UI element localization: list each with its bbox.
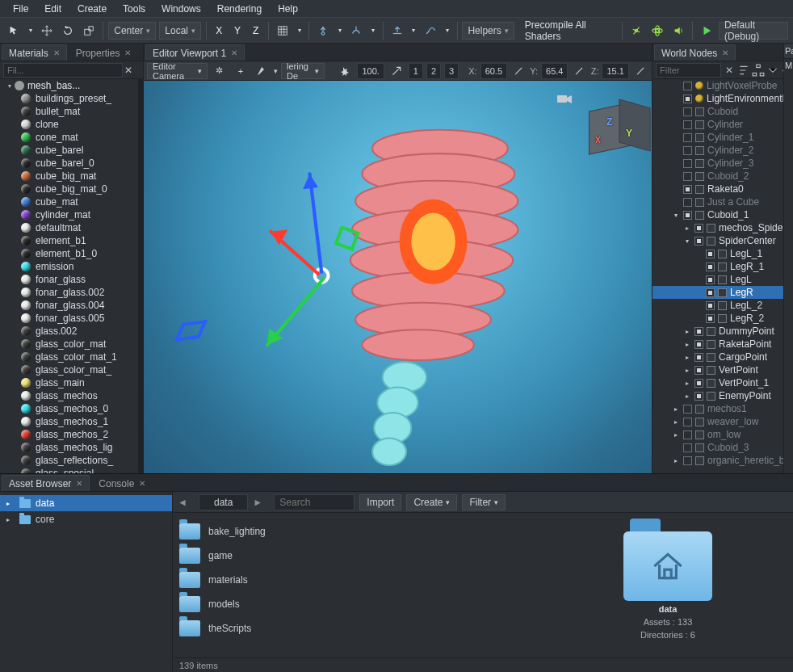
visibility-checkbox[interactable] — [683, 82, 692, 90]
camera-dropdown[interactable]: Editor Camera▾ — [147, 63, 208, 79]
world-node[interactable]: Cylinder_2 — [652, 144, 793, 157]
visibility-checkbox[interactable] — [683, 456, 692, 465]
material-item[interactable]: glass.002 — [0, 325, 143, 338]
collapse-all-icon[interactable] — [766, 64, 779, 77]
menu-tools[interactable]: Tools — [115, 1, 153, 17]
materials-list[interactable]: ▾mesh_bas... buildings_preset_bullet_mat… — [0, 79, 143, 473]
coord-space-dropdown[interactable]: Center▾ — [108, 22, 156, 40]
play-button-icon[interactable] — [698, 22, 715, 40]
visibility-checkbox[interactable] — [683, 94, 692, 103]
world-node[interactable]: ▸mechos_Spider — [652, 221, 793, 234]
asset-items[interactable]: bake_lightinggamematerialsmodelstheScrip… — [173, 513, 543, 657]
visibility-checkbox[interactable] — [683, 107, 692, 116]
tab-console[interactable]: Console✕ — [91, 475, 153, 491]
camera-add-icon[interactable]: + — [232, 62, 250, 80]
world-node[interactable]: Cuboid_2 — [652, 170, 793, 183]
visibility-checkbox[interactable] — [683, 211, 692, 220]
world-node[interactable]: LegL_1 — [652, 247, 793, 260]
snap-caret4-icon[interactable]: ▾ — [443, 22, 451, 40]
material-item[interactable]: clone — [0, 118, 143, 131]
expand-icon[interactable]: ▸ — [683, 393, 691, 400]
close-icon[interactable]: ✕ — [231, 48, 237, 57]
expand-icon[interactable]: ▸ — [672, 418, 680, 426]
tree-icon[interactable] — [752, 64, 765, 77]
filter-dropdown[interactable]: Filter▾ — [462, 494, 506, 510]
asset-folder-item[interactable]: materials — [179, 568, 536, 592]
axis-x-button[interactable]: X — [212, 22, 227, 40]
tab-world-nodes[interactable]: World Nodes✕ — [654, 44, 736, 61]
visibility-checkbox[interactable] — [694, 340, 703, 349]
pos-y-field[interactable]: 65.4 — [541, 63, 568, 79]
visibility-checkbox[interactable] — [694, 327, 703, 336]
world-node[interactable]: LegL — [652, 273, 793, 286]
expand-icon[interactable]: ▸ — [683, 225, 691, 232]
world-node[interactable]: Just a Cube — [652, 195, 793, 208]
expand-icon[interactable]: ▸ — [683, 341, 691, 348]
viewport-camera-icon[interactable] — [556, 92, 573, 105]
resize-icon[interactable] — [571, 62, 587, 80]
world-nodes-tree[interactable]: LightVoxelProbeLightEnvironmentProCuboid… — [652, 79, 793, 473]
material-item[interactable]: fonar_glass.004 — [0, 299, 143, 312]
visibility-checkbox[interactable] — [683, 185, 692, 194]
nav-fwd-icon[interactable]: ► — [253, 497, 269, 508]
run-icon[interactable] — [336, 62, 354, 80]
menu-windows[interactable]: Windows — [153, 1, 209, 17]
sort-icon[interactable] — [737, 64, 750, 77]
tab-viewport[interactable]: Editor Viewport 1✕ — [145, 44, 245, 61]
nav-back-icon[interactable]: ◄ — [178, 497, 194, 508]
close-icon[interactable]: ✕ — [124, 48, 131, 57]
material-item[interactable]: glass_color_mat_ — [0, 363, 143, 376]
visibility-checkbox[interactable] — [694, 237, 703, 246]
visibility-checkbox[interactable] — [706, 301, 715, 310]
world-node[interactable]: LegR — [652, 286, 793, 299]
world-node[interactable]: ▾SpiderCenter — [652, 234, 793, 247]
asset-folder-item[interactable]: theScripts — [179, 616, 536, 640]
select-tool-icon[interactable] — [5, 22, 23, 40]
material-item[interactable]: bullet_mat — [0, 105, 143, 118]
world-node[interactable]: ▸mechos1 — [652, 402, 793, 415]
menu-help[interactable]: Help — [270, 1, 306, 17]
render-mode-dropdown[interactable]: lering De▾ — [281, 63, 325, 79]
select-tool-caret-icon[interactable]: ▾ — [26, 22, 35, 40]
material-item[interactable]: emission — [0, 260, 143, 273]
snap-caret-icon[interactable]: ▾ — [335, 22, 344, 40]
visibility-checkbox[interactable] — [694, 224, 703, 233]
pos-x-field[interactable]: 60.5 — [480, 63, 507, 79]
asset-tree-item[interactable]: ▸data — [0, 495, 172, 511]
grid-snap-icon[interactable] — [274, 22, 292, 40]
simulation-icon[interactable] — [648, 22, 666, 40]
expand-icon[interactable]: ▸ — [683, 328, 691, 335]
world-node[interactable]: LegR_2 — [652, 312, 793, 325]
clear-filter-icon[interactable]: ✕ — [124, 63, 132, 78]
physics-icon[interactable] — [627, 22, 645, 40]
axis-z-button[interactable]: Z — [248, 22, 263, 40]
material-item[interactable]: buildings_preset_ — [0, 92, 143, 105]
visibility-checkbox[interactable] — [683, 418, 692, 426]
rotate-tool-icon[interactable] — [59, 22, 77, 40]
material-item[interactable]: element_b1_0 — [0, 247, 143, 260]
create-dropdown[interactable]: Create▾ — [406, 494, 457, 510]
material-item[interactable]: cube_barel — [0, 144, 143, 157]
snap-curve-icon[interactable] — [422, 22, 439, 40]
visibility-checkbox[interactable] — [706, 288, 715, 297]
material-item[interactable]: glass_main — [0, 376, 143, 389]
pos-z-field[interactable]: 15.1 — [602, 63, 628, 79]
expand-icon[interactable]: ▾ — [683, 237, 691, 245]
orientation-cube[interactable]: ZYX — [581, 95, 637, 152]
menu-edit[interactable]: Edit — [36, 1, 69, 17]
visibility-checkbox[interactable] — [694, 379, 703, 388]
world-node[interactable]: ▾Cuboid_1 — [652, 208, 793, 221]
visibility-checkbox[interactable] — [683, 405, 692, 414]
materials-filter-input[interactable] — [3, 63, 123, 78]
world-node[interactable]: ▸VertPoint — [652, 363, 793, 376]
world-node[interactable]: Cylinder_1 — [652, 131, 793, 144]
material-item[interactable]: glass_mechos_1 — [0, 415, 143, 428]
world-node[interactable]: ▸EnemyPoint — [652, 389, 793, 402]
asset-folder-item[interactable]: game — [179, 544, 536, 568]
visibility-checkbox[interactable] — [706, 275, 715, 284]
camera-lock-icon[interactable] — [253, 62, 271, 80]
viewport-3d[interactable]: ZYX — [144, 81, 652, 473]
material-item[interactable]: cube_barel_0 — [0, 157, 143, 170]
resize-icon[interactable] — [510, 62, 527, 80]
asset-tree-item[interactable]: ▸core — [0, 511, 172, 527]
